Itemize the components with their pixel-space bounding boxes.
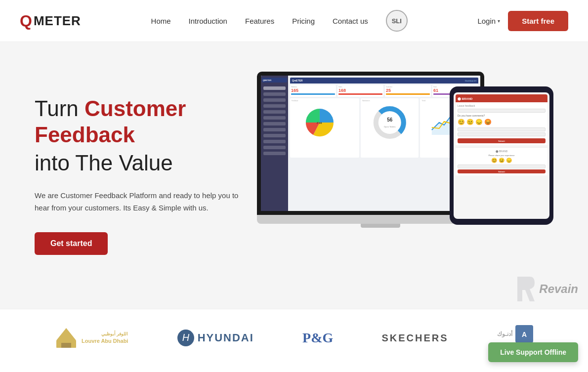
hero-text: Turn Customer Feedback into The Value We… bbox=[35, 96, 247, 255]
revain-icon bbox=[512, 274, 537, 304]
live-support-widget[interactable]: Live Support Offline bbox=[488, 342, 578, 362]
logo-hyundai: H HYUNDAI bbox=[177, 329, 254, 347]
header-right: Login ▾ Start free bbox=[477, 11, 568, 31]
main-nav: Home Introduction Features Pricing Conta… bbox=[151, 10, 408, 32]
hero-title-line1: Turn Customer Feedback bbox=[35, 96, 247, 148]
dashboard-sidebar: QMETER bbox=[261, 76, 288, 211]
hero-image: QMETER bbox=[247, 72, 553, 279]
svg-rect-9 bbox=[61, 343, 71, 348]
pg-text: P&G bbox=[302, 330, 333, 346]
site-header: QMETER Home Introduction Features Pricin… bbox=[0, 0, 588, 42]
svg-text:H: H bbox=[182, 332, 189, 343]
login-button[interactable]: Login ▾ bbox=[477, 17, 500, 25]
skechers-text: SKECHERS bbox=[381, 332, 448, 344]
louvre-icon-svg bbox=[54, 326, 79, 350]
hero-section: Turn Customer Feedback into The Value We… bbox=[0, 42, 588, 309]
revain-text: Revain bbox=[539, 282, 578, 296]
hero-title-line2: into The Value bbox=[35, 150, 247, 176]
nav-home[interactable]: Home bbox=[151, 17, 171, 25]
revain-watermark: Revain bbox=[512, 274, 578, 304]
nav-pricing[interactable]: Pricing bbox=[292, 17, 315, 25]
svg-marker-8 bbox=[56, 328, 76, 340]
hyundai-text: HYUNDAI bbox=[198, 331, 254, 344]
logo-pg: P&G bbox=[302, 330, 333, 346]
logo-skechers: SKECHERS bbox=[381, 332, 448, 344]
hero-description: We are Customer Feedback Platform and re… bbox=[35, 190, 247, 214]
svg-text:Open Tickets: Open Tickets bbox=[384, 125, 395, 128]
nav-features[interactable]: Features bbox=[245, 17, 274, 25]
svg-text:-7.44: -7.44 bbox=[316, 122, 322, 124]
svg-text:A: A bbox=[522, 331, 527, 338]
chevron-down-icon: ▾ bbox=[498, 18, 500, 24]
tablet-mockup: ⬤ BRAND Leave feedback Do you have comme… bbox=[450, 86, 553, 225]
logo-louvre: اللوفر أبوظبي Louvre Abu Dhabi bbox=[54, 326, 128, 350]
avatar[interactable]: SLI bbox=[386, 10, 408, 32]
louvre-text: اللوفر أبوظبي Louvre Abu Dhabi bbox=[82, 331, 128, 345]
adnoc-icon-svg: A bbox=[514, 324, 534, 344]
svg-text:56: 56 bbox=[387, 117, 393, 123]
hyundai-h-icon: H bbox=[177, 329, 195, 347]
nav-introduction[interactable]: Introduction bbox=[189, 17, 227, 25]
start-free-button[interactable]: Start free bbox=[508, 11, 568, 31]
dashboard-mockup: QMETER bbox=[261, 76, 480, 211]
site-logo[interactable]: QMETER bbox=[20, 12, 81, 30]
get-started-button[interactable]: Get started bbox=[35, 232, 108, 255]
nav-contact[interactable]: Contact us bbox=[333, 17, 368, 25]
